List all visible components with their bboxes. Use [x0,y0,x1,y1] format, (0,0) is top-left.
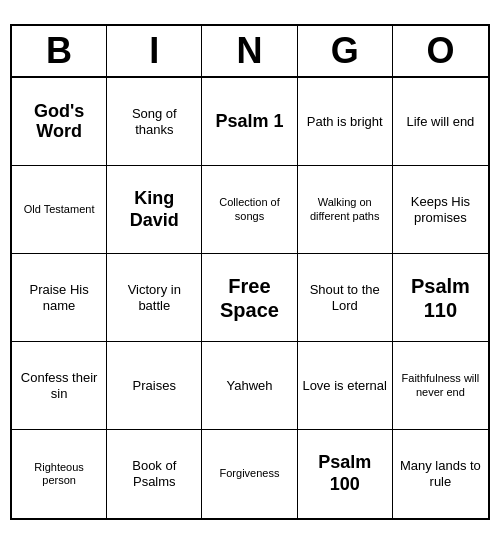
bingo-cell[interactable]: Praise His name [12,254,107,342]
header-letter: G [298,26,393,76]
bingo-cell[interactable]: God's Word [12,78,107,166]
bingo-cell[interactable]: Old Testament [12,166,107,254]
bingo-cell[interactable]: King David [107,166,202,254]
bingo-cell[interactable]: Path is bright [298,78,393,166]
bingo-cell[interactable]: Psalm 110 [393,254,488,342]
bingo-cell[interactable]: Psalm 100 [298,430,393,518]
bingo-grid: God's WordSong of thanksPsalm 1Path is b… [12,78,488,518]
header-letter: B [12,26,107,76]
bingo-cell[interactable]: Many lands to rule [393,430,488,518]
bingo-cell[interactable]: Life will end [393,78,488,166]
bingo-cell[interactable]: Victory in battle [107,254,202,342]
bingo-cell[interactable]: Walking on different paths [298,166,393,254]
bingo-card: BINGO God's WordSong of thanksPsalm 1Pat… [10,24,490,520]
bingo-cell[interactable]: Book of Psalms [107,430,202,518]
bingo-cell[interactable]: Collection of songs [202,166,297,254]
bingo-cell[interactable]: Love is eternal [298,342,393,430]
header-letter: O [393,26,488,76]
header-letter: I [107,26,202,76]
header-letter: N [202,26,297,76]
bingo-cell[interactable]: Faithfulness will never end [393,342,488,430]
bingo-cell[interactable]: Psalm 1 [202,78,297,166]
bingo-cell[interactable]: Song of thanks [107,78,202,166]
bingo-cell[interactable]: Yahweh [202,342,297,430]
bingo-cell[interactable]: Righteous person [12,430,107,518]
bingo-cell[interactable]: Keeps His promises [393,166,488,254]
bingo-header: BINGO [12,26,488,78]
bingo-cell[interactable]: Praises [107,342,202,430]
bingo-cell[interactable]: Forgiveness [202,430,297,518]
bingo-cell[interactable]: Shout to the Lord [298,254,393,342]
bingo-cell[interactable]: Free Space [202,254,297,342]
bingo-cell[interactable]: Confess their sin [12,342,107,430]
